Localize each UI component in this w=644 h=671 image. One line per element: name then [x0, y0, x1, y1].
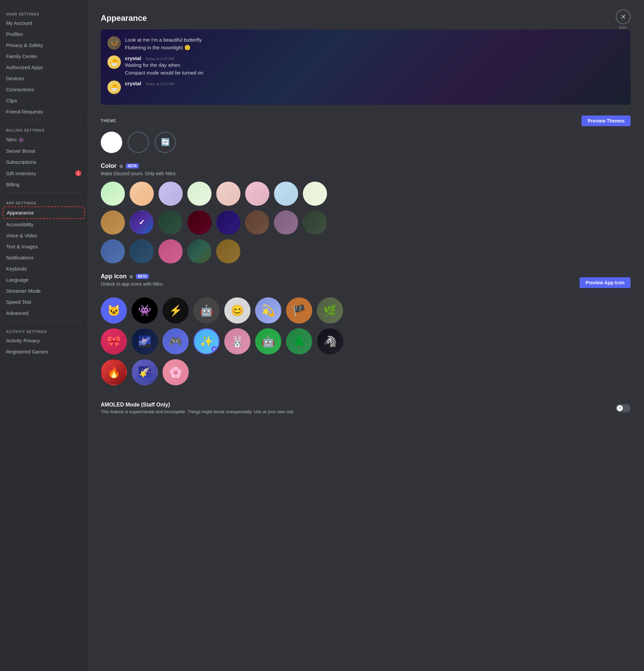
color-subtitle: Make Discord yours. Only with Nitro.	[101, 171, 631, 176]
app-icon-0[interactable]: 🐱	[101, 297, 127, 324]
sidebar-item-profiles[interactable]: Profiles	[3, 28, 85, 40]
color-swatch-11[interactable]	[187, 211, 212, 235]
app-icon-emoji-1: 👾	[138, 304, 151, 317]
sidebar-item-accessibility[interactable]: Accessibility	[3, 219, 85, 230]
app-icon-4[interactable]: 😊	[224, 297, 251, 324]
app-icon-nitro-icon: ⊕	[129, 274, 133, 279]
app-icon-13[interactable]: 🤖	[255, 328, 281, 354]
sidebar-item-clips[interactable]: Clips	[3, 95, 85, 106]
sidebar-item-advanced[interactable]: Advanced	[3, 307, 85, 318]
sidebar-item-voice-video[interactable]: Voice & Video	[3, 230, 85, 241]
preview-app-icon-button[interactable]: Preview App Icon	[580, 277, 631, 288]
color-swatch-6[interactable]	[274, 181, 298, 206]
preview-themes-button[interactable]: Preview Themes	[582, 115, 631, 126]
sidebar-item-authorized-apps[interactable]: Authorized Apps	[3, 62, 85, 73]
amoled-toggle[interactable]	[616, 404, 631, 412]
sidebar-item-streamer-mode[interactable]: Streamer Mode	[3, 285, 85, 296]
app-icon-7[interactable]: 🌿	[317, 297, 343, 324]
app-icon-emoji-4: 😊	[231, 304, 244, 317]
app-icon-10[interactable]: 🎮	[163, 328, 189, 354]
sidebar-item-label-gift-inventory: Gift Inventory	[6, 170, 36, 176]
chat-timestamp-3: Today at 3:23 PM	[146, 82, 174, 86]
app-icon-9[interactable]: 🌌	[131, 328, 158, 354]
app-icon-17[interactable]: 🌠	[131, 359, 158, 385]
sidebar-item-label-clips: Clips	[6, 98, 17, 103]
sidebar-item-label-friend-requests: Friend Requests	[6, 109, 43, 114]
app-icon-3[interactable]: 🤖	[193, 297, 219, 324]
amoled-subtitle: This feature is experimental and incompl…	[101, 409, 294, 414]
color-grid	[101, 181, 631, 264]
color-swatch-19[interactable]	[187, 239, 212, 264]
app-icon-section: App Icon ⊕ BETA Unlock in-app icons with…	[101, 273, 631, 385]
color-swatch-20[interactable]	[216, 239, 240, 264]
color-swatch-17[interactable]	[130, 239, 154, 264]
sidebar-item-my-account[interactable]: My Account	[3, 17, 85, 28]
color-swatch-4[interactable]	[216, 181, 240, 206]
sidebar-item-label-billing: Billing	[6, 181, 20, 187]
app-icon-11[interactable]: ✨	[193, 328, 219, 354]
app-icon-1[interactable]: 👾	[131, 297, 158, 324]
app-icon-emoji-9: 🌌	[138, 335, 151, 348]
sidebar-item-label-connections: Connections	[6, 87, 34, 92]
app-icon-6[interactable]: 🏴	[286, 297, 312, 324]
color-swatch-15[interactable]	[303, 211, 327, 235]
chat-text-1b: Fluttering in the moonlight 🙂	[125, 44, 202, 52]
sidebar-item-speed-test[interactable]: Speed Test	[3, 296, 85, 307]
sidebar-item-appearance[interactable]: Appearance	[3, 206, 85, 219]
color-swatch-18[interactable]	[159, 239, 183, 264]
sidebar-section-0: USER SETTINGS	[3, 7, 85, 17]
sidebar-item-privacy-safety[interactable]: Privacy & Safety	[3, 40, 85, 51]
sidebar-item-language[interactable]: Language	[3, 274, 85, 285]
color-swatch-16[interactable]	[101, 239, 125, 264]
sidebar-item-billing[interactable]: Billing	[3, 179, 85, 190]
color-swatch-7[interactable]	[303, 181, 327, 206]
sidebar-item-label-family-center: Family Center	[6, 53, 37, 59]
app-icon-18[interactable]: 🌸	[163, 359, 189, 385]
color-swatch-14[interactable]	[274, 211, 298, 235]
sidebar-item-activity-privacy[interactable]: Activity Privacy	[3, 335, 85, 346]
sidebar-item-notifications[interactable]: Notifications	[3, 252, 85, 263]
sidebar-item-server-boost[interactable]: Server Boost	[3, 145, 85, 156]
app-icon-8[interactable]: 🎀	[101, 328, 127, 354]
sidebar-item-nitro[interactable]: Nitro◎	[3, 134, 85, 145]
app-icon-5[interactable]: 💫	[255, 297, 281, 324]
sidebar-item-registered-games[interactable]: Registered Games	[3, 346, 85, 357]
sidebar-item-family-center[interactable]: Family Center	[3, 51, 85, 62]
color-swatch-1[interactable]	[130, 181, 154, 206]
sidebar-item-gift-inventory[interactable]: Gift Inventory1	[3, 167, 85, 179]
color-swatch-10[interactable]	[159, 211, 183, 235]
app-icon-emoji-6: 🏴	[292, 304, 306, 317]
app-icon-emoji-17: 🌠	[138, 366, 151, 379]
sidebar-badge-gift-inventory: 1	[75, 170, 81, 176]
color-swatch-3[interactable]	[187, 181, 212, 206]
sidebar-item-label-server-boost: Server Boost	[6, 148, 35, 154]
color-swatch-5[interactable]	[245, 181, 269, 206]
color-beta-badge: BETA	[126, 163, 139, 168]
app-icon-14[interactable]: 🌲	[286, 328, 312, 354]
esc-label: ESC	[619, 26, 627, 29]
app-icon-15[interactable]: 🦓	[317, 328, 343, 354]
color-swatch-0[interactable]	[101, 181, 125, 206]
theme-light[interactable]	[101, 131, 122, 153]
color-swatch-13[interactable]	[245, 211, 269, 235]
app-icon-16[interactable]: 🔥	[101, 359, 127, 385]
app-icon-12[interactable]: 🐰	[224, 328, 251, 354]
app-icon-emoji-3: 🤖	[200, 304, 213, 317]
sidebar-item-devices[interactable]: Devices	[3, 73, 85, 84]
theme-sync[interactable]: 🔄	[154, 131, 176, 153]
color-swatch-12[interactable]	[216, 211, 240, 235]
sidebar-item-keybinds[interactable]: Keybinds	[3, 263, 85, 274]
app-icon-2[interactable]: ⚡	[163, 297, 189, 324]
color-swatch-8[interactable]	[101, 211, 125, 235]
sidebar-item-connections[interactable]: Connections	[3, 84, 85, 95]
sidebar-item-subscriptions[interactable]: Subscriptions	[3, 156, 85, 167]
close-area: ✕ ESC	[616, 9, 631, 29]
chat-username-3: crystal	[125, 80, 141, 86]
theme-dark[interactable]	[128, 131, 149, 153]
chat-content-1: Look at me I'm a beautiful butterfly Flu…	[125, 36, 202, 51]
color-swatch-9[interactable]	[130, 211, 154, 235]
color-swatch-2[interactable]	[159, 181, 183, 206]
close-button[interactable]: ✕	[616, 9, 631, 24]
sidebar-item-text-images[interactable]: Text & Images	[3, 241, 85, 252]
sidebar-item-friend-requests[interactable]: Friend Requests	[3, 106, 85, 117]
